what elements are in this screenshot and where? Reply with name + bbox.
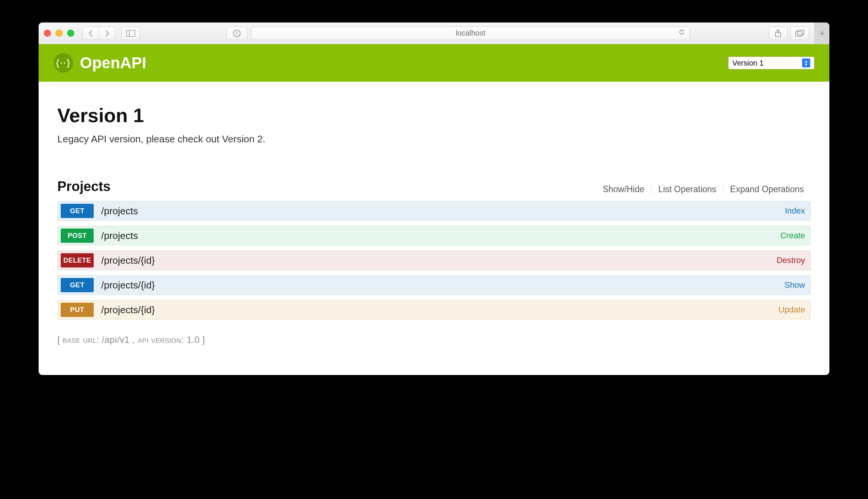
- operation-action: Destroy: [777, 255, 805, 265]
- operation-path: /projects/{id}: [101, 255, 769, 266]
- base-url-value: /api/v1: [102, 335, 130, 345]
- api-version-value: 1.0: [187, 335, 200, 345]
- tabs-button[interactable]: [790, 27, 809, 40]
- svg-rect-0: [127, 30, 135, 36]
- show-hide-link[interactable]: Show/Hide: [596, 184, 651, 194]
- method-badge: PUT: [61, 303, 94, 317]
- chevron-left-icon: [88, 30, 93, 37]
- page-content: Version 1 Legacy API version, please che…: [39, 82, 829, 375]
- operation-path: /projects/{id}: [101, 304, 771, 316]
- back-button[interactable]: [82, 27, 99, 40]
- share-icon: [774, 29, 782, 37]
- tabs-icon: [795, 30, 804, 37]
- api-footer-info: [ base url: /api/v1 , api version: 1.0 ]: [57, 335, 811, 345]
- reader-button[interactable]: i: [226, 27, 247, 40]
- list-operations-link[interactable]: List Operations: [651, 184, 723, 194]
- brand-title: OpenAPI: [80, 54, 146, 72]
- operation-row[interactable]: PUT /projects/{id} Update: [57, 300, 811, 320]
- window-controls: [44, 30, 74, 37]
- method-badge: GET: [61, 204, 94, 218]
- svg-text:i: i: [236, 31, 237, 36]
- forward-button[interactable]: [99, 27, 115, 40]
- browser-window: i localhost + {··} OpenA: [39, 22, 829, 375]
- operation-action: Index: [785, 206, 805, 216]
- section-header: Projects Show/Hide List Operations Expan…: [57, 179, 811, 194]
- new-tab-button[interactable]: +: [814, 22, 829, 44]
- brand-logo-icon: {··}: [54, 53, 73, 73]
- version-select-value: Version 1: [732, 59, 763, 67]
- reload-icon: [678, 29, 685, 36]
- chevron-right-icon: [105, 30, 110, 37]
- address-text: localhost: [456, 29, 485, 37]
- method-badge: DELETE: [61, 253, 94, 267]
- sidebar-icon: [126, 30, 135, 37]
- operations-list: GET /projects Index POST /projects Creat…: [57, 201, 811, 320]
- select-chevron-icon: ▲▼: [802, 58, 810, 67]
- operation-path: /projects/{id}: [101, 279, 777, 291]
- operation-action: Update: [778, 305, 805, 315]
- version-select[interactable]: Version 1 ▲▼: [728, 57, 814, 69]
- operation-path: /projects: [101, 230, 773, 242]
- expand-operations-link[interactable]: Expand Operations: [723, 184, 811, 194]
- brand-logo-glyph: {··}: [56, 58, 71, 68]
- method-badge: POST: [61, 229, 94, 243]
- operation-row[interactable]: POST /projects Create: [57, 226, 811, 245]
- app-header: {··} OpenAPI Version 1 ▲▼: [39, 44, 829, 82]
- operation-row[interactable]: GET /projects Index: [57, 201, 811, 221]
- svg-rect-6: [796, 31, 802, 36]
- page-subtitle: Legacy API version, please check out Ver…: [57, 133, 811, 145]
- operation-row[interactable]: GET /projects/{id} Show: [57, 275, 811, 295]
- nav-buttons: [82, 27, 115, 40]
- method-badge: GET: [61, 278, 94, 292]
- titlebar-right: [769, 27, 809, 40]
- sidebar-toggle-button[interactable]: [121, 27, 140, 40]
- address-area: i localhost: [226, 27, 690, 40]
- section-title: Projects: [57, 179, 111, 194]
- section-actions: Show/Hide List Operations Expand Operati…: [596, 184, 811, 194]
- brand: {··} OpenAPI: [54, 53, 146, 73]
- share-button[interactable]: [769, 27, 787, 40]
- minimize-window-button[interactable]: [55, 30, 63, 37]
- browser-titlebar: i localhost +: [39, 22, 829, 44]
- zoom-window-button[interactable]: [67, 30, 74, 37]
- api-version-label: api version: [138, 335, 181, 345]
- operation-path: /projects: [101, 205, 777, 217]
- operation-row[interactable]: DELETE /projects/{id} Destroy: [57, 251, 811, 270]
- operation-action: Show: [784, 280, 805, 290]
- base-url-label: base url: [63, 335, 96, 345]
- page-title: Version 1: [57, 104, 811, 127]
- reload-button[interactable]: [678, 29, 685, 37]
- plus-icon: +: [819, 27, 825, 39]
- address-bar[interactable]: localhost: [251, 27, 690, 40]
- close-window-button[interactable]: [44, 30, 51, 37]
- operation-action: Create: [780, 231, 805, 241]
- svg-rect-7: [798, 30, 804, 35]
- reader-icon: i: [233, 29, 241, 37]
